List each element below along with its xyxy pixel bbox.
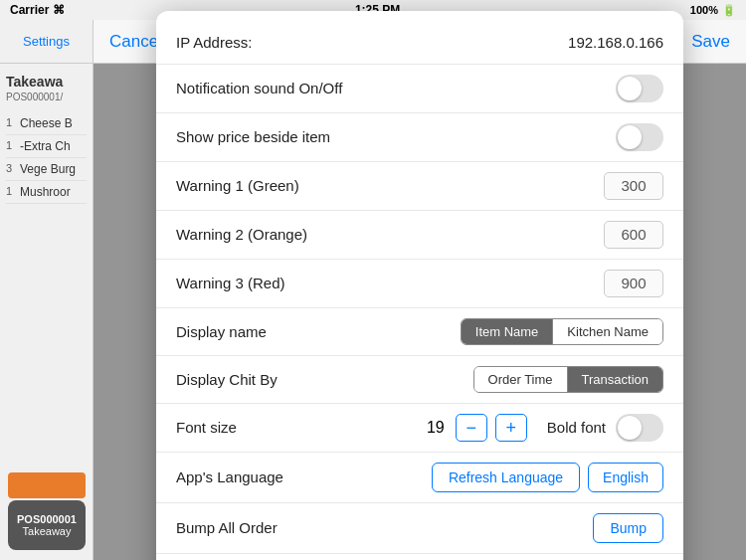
bump-all-label: Bump All Order (176, 519, 593, 536)
refresh-language-button[interactable]: Refresh Language (432, 463, 580, 492)
font-size-value: 19 (424, 419, 448, 437)
bold-font-label: Bold font (547, 419, 606, 436)
settings-panel: IP Address: 192.168.0.166 Notification s… (156, 11, 683, 561)
warning2-input[interactable] (604, 221, 663, 249)
show-price-toggle[interactable] (616, 123, 663, 151)
sidebar-app-title: Takeawa (6, 74, 87, 90)
bump-all-row: Bump All Order Bump (156, 503, 683, 554)
sidebar-order-id: POS000001/ (6, 92, 87, 102)
item-name: Cheese B (20, 116, 87, 130)
font-decrease-button[interactable]: − (456, 414, 487, 442)
english-button[interactable]: English (588, 463, 663, 492)
sidebar-content: Takeawa POS000001/ 1 Cheese B 1 -Extra C… (0, 64, 93, 214)
bold-font-area: Bold font (547, 414, 663, 442)
notification-label: Notification sound On/Off (176, 80, 616, 96)
warning3-input[interactable] (604, 270, 663, 297)
item-name: Mushroor (20, 185, 87, 199)
item-num: 1 (6, 116, 20, 128)
warning3-label: Warning 3 (Red) (176, 275, 604, 291)
display-name-row: Display name Item Name Kitchen Name (156, 308, 683, 356)
list-item: 1 -Extra Ch (6, 135, 87, 158)
notification-row: Notification sound On/Off (156, 65, 683, 113)
display-chit-label: Display Chit By (176, 371, 473, 388)
warning3-row: Warning 3 (Red) (156, 260, 683, 308)
notification-toggle[interactable] (616, 75, 663, 102)
display-chit-ordertime-btn[interactable]: Order Time (474, 367, 567, 392)
warning1-label: Warning 1 (Green) (176, 177, 604, 194)
font-size-row: Font size 19 − + Bold font (156, 404, 683, 453)
modal-overlay: IP Address: 192.168.0.166 Notification s… (93, 64, 746, 560)
language-row: App's Language Refresh Language English (156, 453, 683, 503)
sidebar-settings-link[interactable]: Settings (0, 20, 93, 64)
warning1-row: Warning 1 (Green) (156, 162, 683, 211)
language-label: App's Language (176, 468, 432, 485)
item-num: 1 (6, 185, 20, 197)
cancel-button[interactable]: Cancel (109, 32, 162, 52)
show-price-label: Show price beside item (176, 128, 616, 145)
display-name-segmented: Item Name Kitchen Name (461, 318, 663, 345)
battery-label: 100% (690, 4, 718, 16)
item-num: 1 (6, 139, 20, 151)
item-num: 3 (6, 162, 20, 174)
font-size-label: Font size (176, 419, 424, 436)
badge-order-type: Takeaway (23, 525, 72, 537)
badge-order-num: POS000001 (17, 513, 77, 525)
font-size-controls: 19 − + (424, 414, 527, 442)
bold-font-toggle[interactable] (616, 414, 663, 442)
warning2-label: Warning 2 (Orange) (176, 226, 604, 243)
font-increase-button[interactable]: + (495, 414, 527, 442)
display-name-kitchen-btn[interactable]: Kitchen Name (552, 319, 662, 344)
display-chit-segmented: Order Time Transaction (473, 366, 663, 393)
list-item: 1 Mushroor (6, 181, 87, 204)
battery-icon: 🔋 (722, 4, 736, 17)
warning2-row: Warning 2 (Orange) (156, 211, 683, 260)
list-item: 1 Cheese B (6, 112, 87, 135)
wifi-icon: ⌘ (53, 3, 65, 17)
sidebar-settings-label: Settings (23, 34, 70, 49)
ip-address-label: IP Address: (176, 34, 568, 51)
save-button[interactable]: Save (691, 32, 730, 52)
bottom-badge[interactable]: POS000001 Takeaway (8, 500, 86, 550)
list-item: 3 Vege Burg (6, 158, 87, 181)
warning1-input[interactable] (604, 172, 663, 200)
orange-bar (8, 472, 86, 498)
delete-all-row: Delete All Order Delete (156, 554, 683, 561)
ip-address-row: IP Address: 192.168.0.166 (156, 21, 683, 65)
display-name-item-btn[interactable]: Item Name (462, 319, 553, 344)
display-name-label: Display name (176, 323, 461, 340)
show-price-row: Show price beside item (156, 113, 683, 162)
display-chit-transaction-btn[interactable]: Transaction (567, 367, 662, 392)
ip-address-value: 192.168.0.166 (568, 34, 663, 51)
status-left: Carrier ⌘ (10, 3, 65, 17)
status-right: 100% 🔋 (690, 4, 736, 17)
item-name: -Extra Ch (20, 139, 87, 153)
bump-button[interactable]: Bump (593, 513, 663, 543)
item-name: Vege Burg (20, 162, 87, 176)
carrier-label: Carrier (10, 3, 49, 17)
display-chit-row: Display Chit By Order Time Transaction (156, 356, 683, 404)
